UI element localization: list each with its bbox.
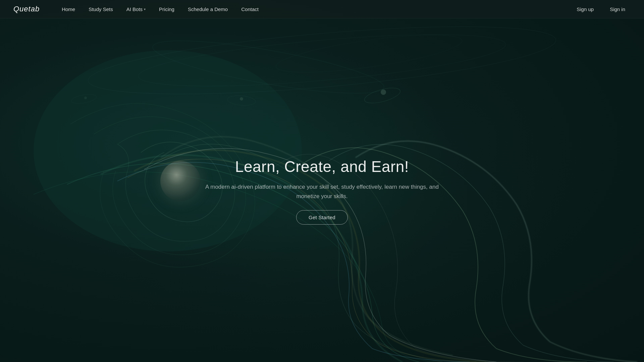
hero-subtitle: A modern ai-driven platform to enhance y… <box>201 182 443 200</box>
nav-links: Home Study Sets AI Bots ▾ Pricing Schedu… <box>56 4 571 14</box>
navbar: Quetab Home Study Sets AI Bots ▾ Pricing… <box>0 0 644 18</box>
signin-link[interactable]: Sign in <box>604 4 631 14</box>
nav-item-pricing[interactable]: Pricing <box>154 4 180 14</box>
nav-item-schedule-demo[interactable]: Schedule a Demo <box>182 4 233 14</box>
hero-section: Learn, Create, and Earn! A modern ai-dri… <box>0 0 644 362</box>
get-started-button[interactable]: Get Started <box>296 210 348 225</box>
nav-item-contact[interactable]: Contact <box>236 4 264 14</box>
nav-item-ai-bots[interactable]: AI Bots ▾ <box>121 4 151 14</box>
hero-content: Learn, Create, and Earn! A modern ai-dri… <box>201 158 443 224</box>
svg-point-9 <box>381 89 386 95</box>
nav-auth: Sign up Sign in <box>571 4 631 14</box>
signup-link[interactable]: Sign up <box>571 4 599 14</box>
nav-item-home[interactable]: Home <box>56 4 80 14</box>
logo[interactable]: Quetab <box>13 5 40 13</box>
svg-point-11 <box>84 97 87 99</box>
svg-point-10 <box>240 97 243 101</box>
decorative-sphere <box>160 161 201 201</box>
chevron-down-icon: ▾ <box>144 7 146 11</box>
nav-item-study-sets[interactable]: Study Sets <box>83 4 118 14</box>
hero-title: Learn, Create, and Earn! <box>235 158 409 176</box>
